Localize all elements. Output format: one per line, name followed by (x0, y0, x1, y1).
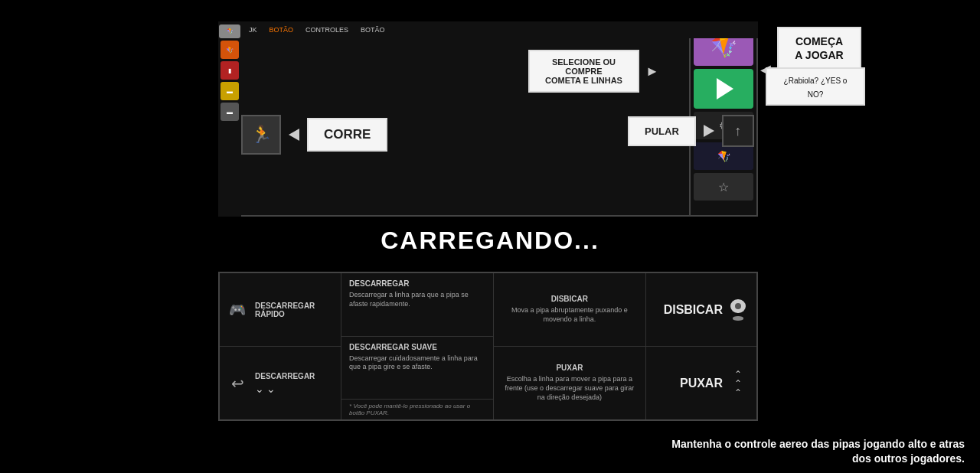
menu-item-controles[interactable]: CONTROLES (305, 26, 348, 34)
descarregar-icon: ↩ (226, 372, 249, 395)
chevron-down-1: ⌄ (255, 383, 264, 395)
cr-item-disbicar: DISBICAR Mova a pipa abruptamente puxand… (494, 273, 645, 347)
middle-col: DESCARREGAR Descarregar a linha para que… (341, 273, 494, 419)
left-col: 🎮 DESCARREGAR RÁPIDO ↩ DESCARREGAR ⌄ ⌄ (220, 273, 341, 419)
descarregar-rapido-label: DESCARREGAR RÁPIDO (255, 302, 335, 318)
sidebar-icon-2[interactable]: ▮ (220, 61, 239, 80)
center-right-col: DISBICAR Mova a pipa abruptamente puxand… (494, 273, 646, 419)
bottom-tip: Mantenha o controle aereo das pipas joga… (671, 437, 965, 467)
left-item-descarregar-rapido: 🎮 DESCARREGAR RÁPIDO (220, 273, 341, 347)
jump-icon: ↑ (734, 123, 741, 139)
rabiola-text: ¿Rabiola? ¿YES o NO? (784, 77, 848, 99)
character-icon: 🏃 (251, 125, 272, 145)
descarregar-label: DESCARREGAR (255, 372, 315, 380)
cr-puxar-desc: Escolha a linha para mover a pipa para a… (501, 375, 638, 402)
middle-descarregar-suave-title: DESCARREGAR SUAVE (349, 343, 485, 351)
pular-label: PULAR (628, 116, 696, 146)
corre-label: CORRE (307, 118, 387, 152)
bottom-panel: 🎮 DESCARREGAR RÁPIDO ↩ DESCARREGAR ⌄ ⌄ D… (218, 272, 758, 421)
rabiola-box[interactable]: ¿Rabiola? ¿YES o NO? (766, 67, 865, 106)
left-item-descarregar: ↩ DESCARREGAR ⌄ ⌄ (220, 347, 341, 419)
chevron-down-2: ⌄ (266, 383, 276, 395)
small-icon-3[interactable]: ☆ (694, 173, 753, 201)
pular-container: PULAR ↑ (628, 115, 754, 147)
disbicar-icon (727, 299, 749, 321)
sidebar-icon-3[interactable]: ▬ (220, 82, 239, 100)
comecar-title: COMEÇAA JOGAR (795, 35, 843, 61)
select-box-label: SELECIONE OU COMPRECOMETA E LINHAS (545, 57, 622, 85)
menu-item-botao1[interactable]: BOTÃO (270, 26, 294, 34)
play-triangle (717, 78, 733, 99)
menu-item-jk[interactable]: JK (249, 26, 257, 34)
puxar-icon: ⌃ ⌃ ⌃ (727, 373, 749, 394)
arrow-right-pular (704, 125, 714, 137)
bottom-tip-line2: dos outros jogadores. (852, 452, 965, 465)
footnote: * Você pode mantê-lo pressionado ao usar… (341, 400, 493, 419)
select-box[interactable]: SELECIONE OU COMPRECOMETA E LINHAS (528, 50, 639, 93)
sidebar: 🪁 🪁 ▮ ▬ ▬ (218, 21, 241, 217)
play-button-icon[interactable] (694, 69, 753, 109)
middle-item-descarregar-suave: DESCARREGAR SUAVE Descarregar cuidadosam… (341, 337, 493, 400)
select-area: SELECIONE OU COMPRECOMETA E LINHAS ► (528, 50, 659, 93)
carregando-text: CARREGANDO... (0, 227, 980, 255)
right-puxar-label: PUXAR (680, 377, 723, 390)
middle-item-descarregar: DESCARREGAR Descarregar a linha para que… (341, 273, 493, 337)
cr-puxar-title: PUXAR (556, 364, 583, 372)
right-col: DISBICAR PUXAR ⌃ ⌃ ⌃ (646, 273, 756, 419)
sidebar-icon-4[interactable]: ▬ (220, 103, 239, 121)
menu-bar: JK BOTÃO CONTROLES BOTÃO (241, 21, 758, 38)
sidebar-icon-1[interactable]: 🪁 (220, 41, 239, 59)
arrow-left-corre (289, 129, 299, 141)
middle-descarregar-desc: Descarregar a linha para que a pipa se a… (349, 291, 485, 308)
cr-disbicar-title: DISBICAR (551, 295, 588, 303)
middle-descarregar-title: DESCARREGAR (349, 279, 485, 288)
descarregar-rapido-icon: 🎮 (226, 298, 249, 321)
right-item-puxar: PUXAR ⌃ ⌃ ⌃ (646, 347, 756, 419)
comecar-box[interactable]: COMEÇAA JOGAR (777, 27, 861, 70)
cr-disbicar-desc: Mova a pipa abruptamente puxando e moven… (501, 306, 638, 324)
jump-icon-box: ↑ (722, 115, 754, 147)
character-box: 🏃 (241, 115, 281, 155)
right-disbicar-label: DISBICAR (664, 303, 723, 317)
menu-item-botao2[interactable]: BOTÃO (361, 26, 385, 34)
sidebar-icon-top: 🪁 (219, 24, 240, 38)
bottom-tip-line1: Mantenha o controle aereo das pipas joga… (671, 438, 965, 450)
corre-container: 🏃 CORRE (241, 115, 387, 155)
middle-descarregar-suave-desc: Descarregar cuidadosamente a linha para … (349, 354, 485, 372)
right-item-disbicar: DISBICAR (646, 273, 756, 347)
arrow-to-icons: ► (645, 64, 659, 80)
cr-item-puxar: PUXAR Escolha a linha para mover a pipa … (494, 347, 645, 419)
